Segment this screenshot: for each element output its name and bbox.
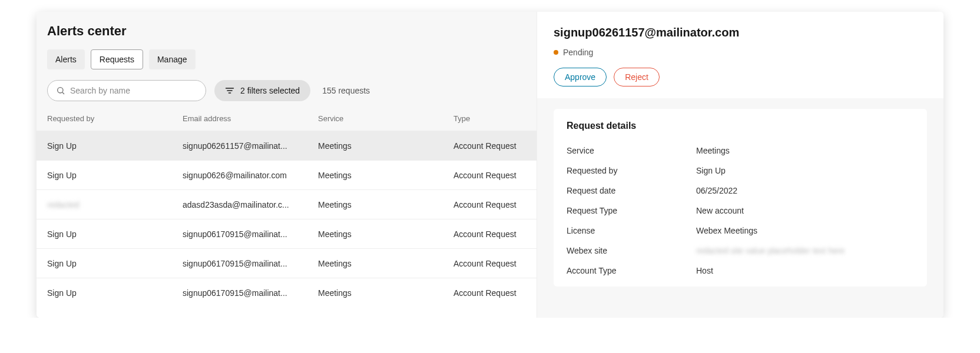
cell-service: Meetings — [318, 259, 453, 268]
cell-type: Account Request — [453, 141, 537, 151]
cell-email: signup06170915@mailinat... — [183, 288, 318, 298]
page-title: Alerts center — [47, 24, 526, 39]
detail-title: signup06261157@mailinator.com — [554, 26, 927, 39]
cell-service: Meetings — [318, 141, 453, 151]
detail-field-value: Host — [696, 266, 914, 275]
table-row[interactable]: Sign Upsignup06261157@mailinat...Meeting… — [37, 131, 537, 160]
detail-field-row: Request TypeNew account — [567, 201, 914, 221]
cell-type: Account Request — [453, 288, 537, 298]
detail-body: Request details ServiceMeetingsRequested… — [554, 109, 927, 287]
detail-field-key: Request Type — [567, 206, 696, 215]
table-row[interactable]: Sign Upsignup06170915@mailinat...Meeting… — [37, 248, 537, 278]
filter-icon — [225, 87, 234, 94]
detail-field-value: Sign Up — [696, 166, 914, 175]
detail-field-key: Request date — [567, 186, 696, 195]
list-panel-header: Alerts center AlertsRequestsManage — [37, 12, 537, 106]
status-dot-icon — [554, 50, 558, 55]
cell-requested-by: redacted — [47, 200, 183, 209]
detail-panel: signup06261157@mailinator.com Pending Ap… — [537, 12, 943, 318]
svg-line-1 — [62, 92, 64, 94]
detail-field-value: Meetings — [696, 146, 914, 155]
cell-type: Account Request — [453, 171, 537, 180]
cell-requested-by: Sign Up — [47, 259, 183, 268]
detail-field-key: Webex site — [567, 246, 696, 255]
svg-point-0 — [58, 88, 63, 93]
cell-email: signup06170915@mailinat... — [183, 229, 318, 239]
cell-type: Account Request — [453, 229, 537, 239]
cell-email: adasd23asda@mailinator.c... — [183, 200, 318, 209]
filters-selected-label: 2 filters selected — [240, 86, 300, 95]
detail-field-row: Webex siteredacted site value placeholde… — [567, 241, 914, 261]
cell-type: Account Request — [453, 200, 537, 209]
cell-requested-by: Sign Up — [47, 141, 183, 151]
detail-field-value: 06/25/2022 — [696, 186, 914, 195]
detail-field-key: Account Type — [567, 266, 696, 275]
cell-email: signup0626@mailinator.com — [183, 171, 318, 180]
toolbar: 2 filters selected 155 requests — [47, 80, 526, 101]
table-row[interactable]: Sign Upsignup0626@mailinator.comMeetings… — [37, 160, 537, 189]
cell-email: signup06261157@mailinat... — [183, 141, 318, 151]
detail-body-wrap: Request details ServiceMeetingsRequested… — [537, 98, 943, 287]
table-row[interactable]: Sign Upsignup06170915@mailinat...Meeting… — [37, 219, 537, 248]
column-header[interactable]: Type — [453, 114, 548, 123]
list-panel: Alerts center AlertsRequestsManage — [37, 12, 537, 318]
tab-manage[interactable]: Manage — [149, 49, 196, 69]
cell-service: Meetings — [318, 171, 453, 180]
search-input[interactable] — [70, 86, 197, 95]
cell-requested-by: Sign Up — [47, 288, 183, 298]
tab-requests[interactable]: Requests — [91, 49, 143, 69]
alerts-center-card: Alerts center AlertsRequestsManage — [37, 12, 943, 318]
status-label: Pending — [563, 48, 593, 57]
detail-field-row: Requested bySign Up — [567, 161, 914, 181]
detail-field-key: Requested by — [567, 166, 696, 175]
cell-service: Meetings — [318, 229, 453, 239]
cell-type: Account Request — [453, 259, 537, 268]
detail-section-title: Request details — [567, 121, 914, 131]
detail-field-row: LicenseWebex Meetings — [567, 221, 914, 241]
reject-button[interactable]: Reject — [614, 68, 660, 86]
table-row[interactable]: Sign Upsignup06170915@mailinat...Meeting… — [37, 278, 537, 307]
column-header[interactable]: Requested by — [47, 114, 183, 123]
cell-requested-by: Sign Up — [47, 171, 183, 180]
table-header: Requested byEmail addressServiceType — [37, 106, 537, 131]
detail-field-row: Account TypeHost — [567, 261, 914, 281]
filters-selected-button[interactable]: 2 filters selected — [214, 80, 310, 101]
detail-header: signup06261157@mailinator.com Pending Ap… — [537, 12, 943, 98]
detail-actions: Approve Reject — [554, 68, 927, 86]
detail-field-key: License — [567, 226, 696, 235]
status-line: Pending — [554, 48, 927, 57]
table-body: Sign Upsignup06261157@mailinat...Meeting… — [37, 131, 537, 318]
detail-field-value: redacted site value placeholder text her… — [696, 246, 914, 255]
detail-field-row: ServiceMeetings — [567, 141, 914, 161]
tabs: AlertsRequestsManage — [47, 49, 526, 69]
detail-field-value: New account — [696, 206, 914, 215]
results-count: 155 requests — [322, 86, 370, 95]
cell-service: Meetings — [318, 200, 453, 209]
detail-field-key: Service — [567, 146, 696, 155]
cell-requested-by: Sign Up — [47, 229, 183, 239]
column-header[interactable]: Service — [318, 114, 453, 123]
tab-alerts[interactable]: Alerts — [47, 49, 85, 69]
approve-button[interactable]: Approve — [554, 68, 607, 86]
detail-field-row: Request date06/25/2022 — [567, 181, 914, 201]
search-field-wrap[interactable] — [47, 80, 206, 101]
detail-fields: ServiceMeetingsRequested bySign UpReques… — [567, 141, 914, 281]
column-header[interactable]: Email address — [183, 114, 318, 123]
table-row[interactable]: redactedadasd23asda@mailinator.c...Meeti… — [37, 189, 537, 219]
detail-field-value: Webex Meetings — [696, 226, 914, 235]
cell-email: signup06170915@mailinat... — [183, 259, 318, 268]
cell-service: Meetings — [318, 288, 453, 298]
search-icon — [56, 86, 65, 95]
